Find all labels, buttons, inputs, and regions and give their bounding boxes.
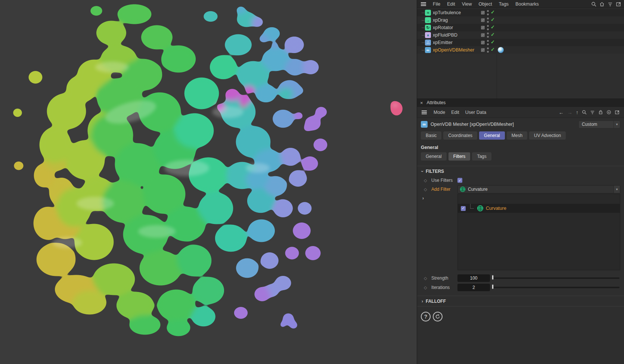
panel-title: Attributes bbox=[427, 100, 446, 105]
object-row-xpdrag[interactable]: → xpDrag ✓ bbox=[417, 16, 624, 24]
tab-general[interactable]: General bbox=[479, 131, 505, 140]
slider-handle[interactable] bbox=[492, 284, 494, 289]
filter-icon[interactable] bbox=[608, 1, 613, 7]
visibility-dots[interactable] bbox=[487, 18, 489, 23]
object-row-xpemitter[interactable]: ∴ xpEmitter ✓ bbox=[417, 39, 624, 46]
object-title-row: ∞ OpenVDB Mesher [xpOpenVDBMesher] Custo… bbox=[417, 118, 624, 131]
layer-chip[interactable] bbox=[481, 33, 485, 37]
reset-icon[interactable] bbox=[433, 312, 443, 321]
layer-chip[interactable] bbox=[481, 26, 485, 29]
filter-item-label[interactable]: Curvature bbox=[486, 206, 506, 211]
add-filter-label[interactable]: Add Filter bbox=[431, 187, 450, 192]
enabled-check-icon[interactable]: ✓ bbox=[491, 9, 495, 15]
subtab-tags[interactable]: Tags bbox=[472, 152, 491, 161]
iterations-input[interactable]: 2 bbox=[457, 284, 490, 291]
target-icon[interactable] bbox=[606, 110, 611, 115]
divider bbox=[417, 306, 624, 307]
object-row-xpopenvdbmesher[interactable]: ∞ xpOpenVDBMesher ✓ bbox=[417, 46, 624, 54]
new-window-icon[interactable] bbox=[616, 1, 621, 7]
slider-handle[interactable] bbox=[492, 275, 494, 280]
preset-dropdown[interactable]: Custom ▾ bbox=[578, 121, 620, 128]
chevron-down-icon[interactable]: ▾ bbox=[614, 121, 620, 128]
object-tree: ≈ xpTurbulence ✓ → xpDrag ✓ bbox=[417, 8, 624, 99]
chevron-right-icon[interactable]: › bbox=[422, 196, 424, 200]
object-row-xprotator[interactable]: ↻ xpRotator ✓ bbox=[417, 24, 624, 31]
home-icon[interactable] bbox=[599, 1, 605, 7]
filter-list[interactable]: ✓ Curvature bbox=[457, 194, 620, 270]
use-filters-checkbox[interactable]: ✓ bbox=[457, 178, 462, 183]
material-thumbnail[interactable] bbox=[498, 47, 504, 53]
object-row-xpfluidpbd[interactable]: ♦ xpFluidPBD ✓ bbox=[417, 31, 624, 39]
lock-icon[interactable] bbox=[598, 110, 603, 115]
param-diamond-icon[interactable]: ◇ bbox=[424, 285, 427, 290]
hamburger-icon[interactable] bbox=[421, 4, 426, 4]
openvdb-mesher-icon: ∞ bbox=[421, 121, 428, 128]
viewport-3d[interactable] bbox=[0, 0, 417, 364]
menu-user-data[interactable]: User Data bbox=[465, 110, 486, 115]
subtab-general[interactable]: General bbox=[421, 152, 447, 161]
chevron-down-icon: › bbox=[420, 171, 425, 172]
curvature-icon bbox=[477, 205, 484, 212]
param-diamond-icon[interactable]: ◇ bbox=[424, 187, 427, 192]
layer-chip[interactable] bbox=[481, 41, 485, 44]
add-filter-dropdown[interactable]: Curvature ▾ bbox=[457, 185, 620, 193]
filters-group-header[interactable]: › FILTERS bbox=[417, 166, 624, 176]
search-icon[interactable] bbox=[591, 1, 596, 7]
subtab-filters[interactable]: Filters bbox=[448, 152, 471, 161]
help-icon[interactable]: ? bbox=[421, 312, 431, 321]
menu-edit[interactable]: Edit bbox=[451, 110, 459, 115]
tab-mesh[interactable]: Mesh bbox=[507, 131, 527, 140]
layer-chip[interactable] bbox=[481, 18, 485, 22]
filter-enabled-checkbox[interactable]: ✓ bbox=[461, 206, 466, 211]
visibility-dots[interactable] bbox=[487, 32, 489, 38]
strength-input[interactable]: 100 bbox=[457, 274, 490, 282]
enabled-check-icon[interactable]: ✓ bbox=[491, 32, 495, 37]
menu-tags[interactable]: Tags bbox=[498, 1, 509, 7]
forward-arrow-icon[interactable]: → bbox=[567, 110, 572, 115]
falloff-group-header[interactable]: › FALLOFF bbox=[417, 296, 624, 306]
layer-chip[interactable] bbox=[481, 11, 485, 15]
up-arrow-icon[interactable]: ↑ bbox=[576, 110, 578, 115]
visibility-dots[interactable] bbox=[487, 47, 489, 53]
object-name[interactable]: xpRotator bbox=[433, 25, 453, 30]
close-icon[interactable]: × bbox=[420, 100, 423, 106]
menu-object[interactable]: Object bbox=[478, 1, 493, 7]
search-icon[interactable] bbox=[582, 110, 587, 115]
layer-chip[interactable] bbox=[481, 48, 485, 52]
strength-slider[interactable] bbox=[493, 277, 620, 279]
enabled-check-icon[interactable]: ✓ bbox=[491, 17, 495, 22]
enabled-check-icon[interactable]: ✓ bbox=[491, 39, 495, 45]
menu-edit[interactable]: Edit bbox=[446, 1, 456, 7]
tab-coordinates[interactable]: Coordinates bbox=[443, 131, 477, 140]
tab-basic[interactable]: Basic bbox=[421, 131, 441, 140]
menu-mode[interactable]: Mode bbox=[434, 110, 445, 115]
visibility-dots[interactable] bbox=[487, 25, 489, 30]
chevron-down-icon[interactable]: ▾ bbox=[614, 186, 620, 193]
tab-uv-advection[interactable]: UV Advection bbox=[529, 131, 566, 140]
iterations-slider[interactable] bbox=[493, 287, 620, 288]
param-diamond-icon[interactable]: ◇ bbox=[424, 178, 427, 183]
hamburger-icon[interactable] bbox=[422, 112, 427, 113]
menu-file[interactable]: File bbox=[432, 1, 441, 7]
menu-view[interactable]: View bbox=[461, 1, 473, 7]
object-row-xpturbulence[interactable]: ≈ xpTurbulence ✓ bbox=[417, 9, 624, 16]
param-diamond-icon[interactable]: ◇ bbox=[424, 276, 427, 280]
application-window: File Edit View Object Tags Bookmarks bbox=[0, 0, 624, 364]
object-name[interactable]: xpDrag bbox=[433, 18, 448, 23]
filter-icon[interactable] bbox=[590, 110, 595, 115]
menu-bookmarks[interactable]: Bookmarks bbox=[515, 1, 540, 7]
visibility-dots[interactable] bbox=[487, 10, 489, 15]
object-name[interactable]: xpFluidPBD bbox=[433, 32, 457, 38]
filter-item-curvature[interactable]: ✓ Curvature bbox=[458, 204, 620, 213]
back-arrow-icon[interactable]: ← bbox=[559, 110, 564, 115]
enabled-check-icon[interactable]: ✓ bbox=[491, 47, 495, 52]
new-window-icon[interactable] bbox=[615, 110, 620, 115]
section-heading: General bbox=[421, 145, 624, 150]
use-filters-label: Use Filters bbox=[431, 178, 453, 183]
attributes-menubar: Mode Edit User Data ← → ↑ bbox=[417, 107, 624, 118]
object-name-selected[interactable]: xpOpenVDBMesher bbox=[433, 47, 474, 53]
object-name[interactable]: xpTurbulence bbox=[433, 10, 461, 15]
visibility-dots[interactable] bbox=[487, 40, 489, 45]
object-name[interactable]: xpEmitter bbox=[433, 40, 453, 45]
enabled-check-icon[interactable]: ✓ bbox=[491, 24, 495, 30]
